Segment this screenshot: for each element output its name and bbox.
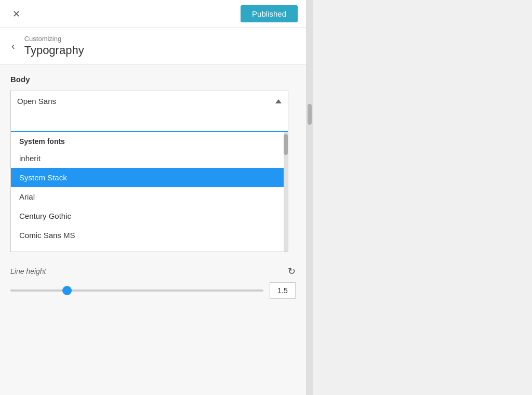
dropdown-scrollbar-thumb <box>284 134 288 155</box>
font-item-courier-new[interactable]: Courier New <box>11 245 288 252</box>
nav-bar: ‹ Customizing Typography <box>0 28 306 64</box>
chevron-up-icon <box>275 99 282 103</box>
font-item-system-stack[interactable]: System Stack <box>11 168 288 187</box>
published-button[interactable]: Published <box>241 5 298 22</box>
sidebar-content: Body Open Sans System fonts inherit Syst… <box>0 64 306 395</box>
font-group-header: System fonts <box>11 132 288 149</box>
nav-subtitle: Customizing <box>24 35 84 43</box>
slider-value: 1.5 <box>270 282 296 299</box>
main-content <box>313 0 532 395</box>
font-dropdown-value: Open Sans <box>17 97 56 106</box>
slider-track <box>10 289 263 292</box>
line-height-section: Line height ↺ 1.5 <box>10 259 296 305</box>
font-item-comic-sans-ms[interactable]: Comic Sans MS <box>11 226 288 245</box>
line-height-label: Line height <box>10 267 46 275</box>
font-item-century-gothic[interactable]: Century Gothic <box>11 206 288 226</box>
reset-icon[interactable]: ↺ <box>288 266 296 277</box>
font-item-arial[interactable]: Arial <box>11 187 288 206</box>
nav-title: Typography <box>24 44 84 57</box>
font-dropdown-trigger[interactable]: Open Sans <box>10 90 288 112</box>
font-dropdown-panel: System fonts inherit System Stack Arial … <box>10 112 288 252</box>
slider-row: 1.5 <box>10 282 296 299</box>
sidebar-scrollbar[interactable] <box>307 0 313 395</box>
sidebar-scrollbar-thumb <box>308 104 312 125</box>
nav-title-group: Customizing Typography <box>24 35 84 57</box>
close-button[interactable]: ✕ <box>8 6 24 22</box>
line-height-header: Line height ↺ <box>10 266 296 277</box>
body-section-label: Body <box>10 75 296 84</box>
sidebar: ✕ Published ‹ Customizing Typography Bod… <box>0 0 307 395</box>
font-item-inherit[interactable]: inherit <box>11 149 288 168</box>
top-bar: ✕ Published <box>0 0 306 28</box>
font-search-input[interactable] <box>11 112 288 132</box>
dropdown-scrollbar <box>284 132 288 252</box>
slider-thumb[interactable] <box>62 286 72 295</box>
slider-fill <box>10 289 68 292</box>
back-button[interactable]: ‹ <box>8 38 18 54</box>
font-list: System fonts inherit System Stack Arial … <box>11 132 288 252</box>
